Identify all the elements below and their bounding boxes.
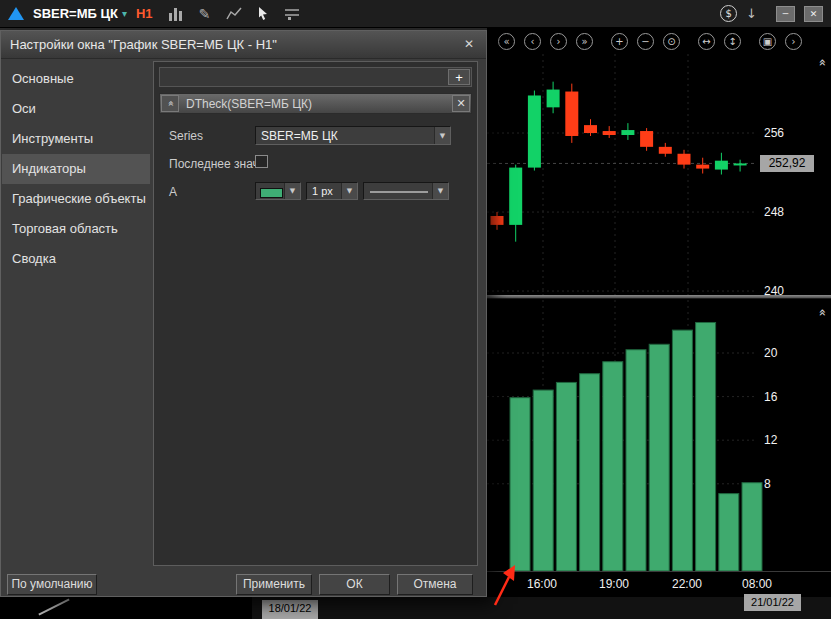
last-value-label: Последнее знач. [169, 157, 262, 171]
chevron-down-icon: ▾ [122, 8, 127, 19]
timeframe-button[interactable]: H1 [136, 6, 153, 21]
scroll-left-icon[interactable]: ‹ [524, 33, 541, 50]
cursor-icon[interactable] [253, 5, 273, 23]
sidebar-item-graphic-objects[interactable]: Графические объекты [2, 184, 150, 214]
zoom-in-icon[interactable]: + [611, 33, 628, 50]
line-color-select[interactable]: ▼ [255, 182, 301, 200]
collapse-price-pane-icon[interactable]: » [815, 59, 830, 67]
combo-arrow-icon: ▼ [347, 187, 352, 195]
line-width-value: 1 px [312, 183, 333, 199]
bottom-statusbar: 18/01/22 21/01/22 [0, 597, 831, 619]
line-width-select[interactable]: 1 px ▼ [306, 182, 358, 200]
time-axis-label: 16:00 [527, 577, 557, 591]
sidebar-item-main[interactable]: Основные [2, 64, 150, 94]
chart-date-tag: 21/01/22 [744, 594, 801, 611]
pencil-icon[interactable]: ✎ [195, 5, 215, 23]
time-axis-label: 22:00 [672, 577, 702, 591]
levels-icon[interactable] [282, 5, 302, 23]
app-root: SBER=МБ ЦК ▾ H1 ✎ $ ↓ ─ ✕ «‹›»+−⊙↔↕▣› 25… [0, 0, 831, 619]
window-controls: $ ↓ ─ ✕ [720, 5, 823, 22]
volume-profile-icon[interactable] [166, 5, 186, 23]
dialog-close-button[interactable]: ✕ [460, 36, 478, 53]
series-select[interactable]: SBER=МБ ЦК ▼ [255, 126, 451, 145]
indicator-panel-title: DTheck(SBER=МБ ЦК) [186, 94, 312, 114]
line-chart-icon[interactable] [224, 5, 244, 23]
ok-button[interactable]: ОК [319, 574, 390, 595]
add-indicator-button[interactable]: + [448, 69, 470, 85]
currency-icon[interactable]: $ [720, 5, 737, 22]
indicator-add-bar: + [159, 67, 472, 87]
chart-panel: «‹›»+−⊙↔↕▣› 252,92 2562482402016128 16:0… [487, 28, 831, 597]
indicator-panel-header: » DTheck(SBER=МБ ЦК) ✕ [159, 93, 472, 114]
app-logo-icon [8, 7, 24, 20]
fit-horizontal-icon[interactable]: ↔ [698, 33, 715, 50]
collapse-indicator-icon[interactable]: » [161, 95, 179, 112]
range-start-date-tag: 18/01/22 [262, 600, 318, 619]
line-style-select[interactable]: ▼ [363, 182, 449, 200]
volume-chart[interactable] [487, 300, 831, 571]
dialog-content: + » DTheck(SBER=МБ ЦК) ✕ Series SBER=МБ … [153, 61, 478, 566]
annotation-arrow-icon[interactable] [489, 559, 525, 611]
zoom-region-icon[interactable]: ⊙ [663, 33, 680, 50]
pane-divider[interactable] [487, 295, 831, 299]
scroll-end-icon[interactable]: » [576, 33, 593, 50]
remove-indicator-button[interactable]: ✕ [452, 95, 470, 112]
panel-right-icon[interactable]: › [785, 33, 802, 50]
line-color-swatch [260, 188, 283, 198]
combo-arrow-icon: ▼ [290, 187, 295, 195]
settings-dialog: Настройки окна "График SBER=МБ ЦК - H1" … [0, 30, 487, 597]
combo-arrow-icon: ▼ [440, 132, 445, 140]
window-close-button[interactable]: ✕ [804, 6, 823, 22]
double-chevron-up-icon: » [165, 100, 176, 106]
dialog-titlebar[interactable]: Настройки окна "График SBER=МБ ЦК - H1" … [1, 31, 486, 59]
download-icon[interactable]: ↓ [746, 6, 757, 21]
scroll-right-icon[interactable]: › [550, 33, 567, 50]
zoom-out-icon[interactable]: − [637, 33, 654, 50]
dialog-sidebar: ОсновныеОсиИнструментыИндикаторыГрафичес… [2, 60, 150, 550]
dialog-title: Настройки окна "График SBER=МБ ЦК - H1" [10, 37, 277, 52]
candlestick-chart[interactable] [487, 54, 831, 296]
apply-button[interactable]: Применить [236, 574, 312, 595]
background-window-fragment [0, 597, 252, 619]
sidebar-item-summary[interactable]: Сводка [2, 244, 150, 274]
sidebar-item-axes[interactable]: Оси [2, 94, 150, 124]
topbar: SBER=МБ ЦК ▾ H1 ✎ $ ↓ ─ ✕ [0, 0, 831, 28]
sidebar-item-instruments[interactable]: Инструменты [2, 124, 150, 154]
indicator-panel: » DTheck(SBER=МБ ЦК) ✕ Series SBER=МБ ЦК… [159, 93, 472, 563]
plot-a-label: A [169, 185, 177, 199]
series-label: Series [169, 129, 203, 143]
combo-arrow-icon: ▼ [438, 187, 443, 195]
last-value-checkbox[interactable] [255, 155, 268, 168]
sidebar-item-indicators[interactable]: Индикаторы [2, 154, 150, 184]
fit-all-icon[interactable]: ▣ [759, 33, 776, 50]
time-axis-label: 19:00 [599, 577, 629, 591]
sidebar-item-trading-area[interactable]: Торговая область [2, 214, 150, 244]
scroll-start-icon[interactable]: « [498, 33, 515, 50]
fit-vertical-icon[interactable]: ↕ [724, 33, 741, 50]
minimize-button[interactable]: ─ [776, 6, 795, 22]
collapse-volume-pane-icon[interactable]: » [815, 309, 830, 317]
symbol-selector[interactable]: SBER=МБ ЦК [33, 6, 118, 21]
cancel-button[interactable]: Отмена [397, 574, 473, 595]
default-button[interactable]: По умолчанию [7, 574, 97, 595]
series-value: SBER=МБ ЦК [261, 127, 338, 144]
time-axis-label: 08:00 [742, 577, 772, 591]
chart-toolbar: «‹›»+−⊙↔↕▣› [498, 32, 802, 50]
line-style-sample [370, 191, 428, 193]
